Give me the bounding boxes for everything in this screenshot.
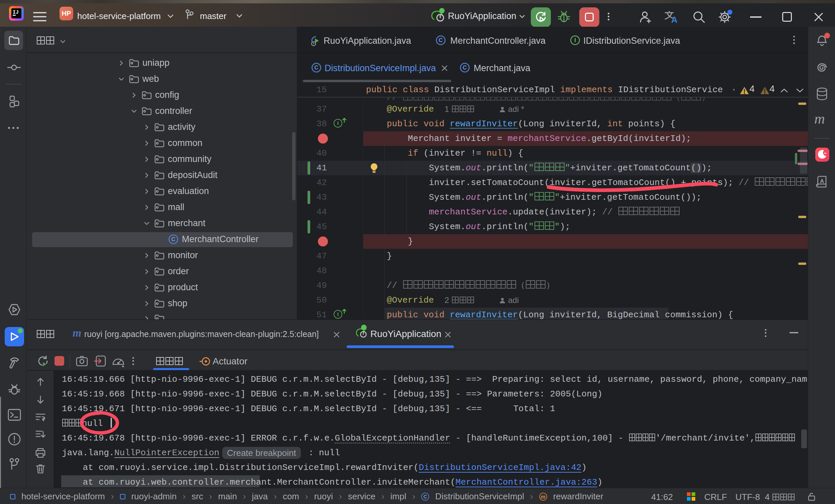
- svg-text:A: A: [820, 178, 824, 184]
- svg-text:A: A: [671, 15, 677, 25]
